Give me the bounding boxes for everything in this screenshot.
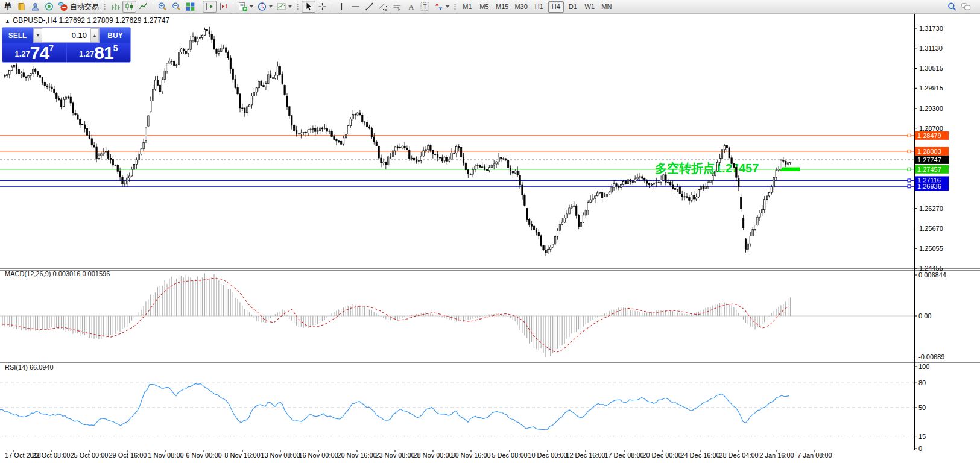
time-axis-label: 25 Oct 00:00 [71, 452, 109, 459]
indicators-icon[interactable] [236, 1, 255, 13]
zoom-out-icon[interactable] [169, 1, 183, 13]
bar-chart-icon[interactable] [109, 1, 122, 13]
timeframe-h1[interactable]: H1 [531, 1, 547, 13]
buy-price-pip: 5 [113, 43, 118, 53]
timeframe-mn[interactable]: MN [599, 1, 615, 13]
line-chart-icon[interactable] [136, 1, 150, 13]
one-click-trading-panel: SELL ▼ 0.10 ▲ BUY 1.27 74 7 1.27 81 5 [2, 27, 131, 63]
buy-button[interactable]: BUY [100, 28, 130, 43]
time-axis-label: 23 Nov 08:00 [375, 452, 414, 459]
level-handle[interactable] [908, 168, 911, 171]
trendline-icon[interactable] [362, 1, 376, 13]
templates-icon[interactable] [274, 1, 294, 13]
buy-price[interactable]: 1.27 81 5 [67, 43, 131, 62]
time-axis-label: 10 Dec 00:00 [528, 452, 567, 459]
timeframe-m1[interactable]: M1 [460, 1, 475, 13]
chart-canvas[interactable]: 多空转折点1.274571.317301.311301.305151.29915… [0, 0, 980, 463]
annotation-segment[interactable] [780, 168, 800, 172]
mt4-window: 多空转折点1.274571.317301.311301.305151.29915… [0, 0, 980, 463]
time-axis-label: 7 Jan 08:00 [797, 452, 832, 459]
vertical-line-icon[interactable] [335, 1, 349, 13]
time-axis-label: 17 Dec 08:00 [604, 452, 643, 459]
timeframe-m30[interactable]: M30 [512, 1, 530, 13]
horizontal-line-icon[interactable] [349, 1, 362, 13]
svg-text:A: A [409, 3, 414, 11]
price-axis-label: 1.31730 [919, 25, 943, 32]
level-handle[interactable] [908, 150, 911, 153]
price-tag-label: 1.28003 [917, 148, 941, 155]
search-icon[interactable] [945, 1, 959, 13]
rsi-axis-label: 80 [918, 379, 926, 386]
main-toolbar: 单自动交易EFATM1M5M15M30H1H4D1W1MN [0, 0, 980, 14]
chart-area[interactable]: 多空转折点1.274571.317301.311301.305151.29915… [0, 0, 980, 463]
text-icon[interactable]: A [404, 1, 418, 13]
signals-icon[interactable] [42, 1, 56, 13]
time-axis-label: 8 Nov 16:00 [224, 452, 260, 459]
dropdown-caret-icon[interactable] [446, 5, 449, 8]
time-axis-label: 28 Dec 04:00 [719, 452, 758, 459]
chat-icon[interactable] [959, 1, 973, 13]
channel-icon[interactable]: E [376, 1, 390, 13]
price-axis-label: 1.29915 [919, 84, 943, 92]
arrows-icon[interactable] [432, 1, 451, 13]
buy-price-prefix: 1.27 [79, 49, 94, 60]
cursor-icon[interactable] [302, 1, 315, 13]
market-watch-icon[interactable] [14, 1, 28, 13]
toolbar-grip[interactable] [454, 2, 457, 11]
time-axis-label: 12 Dec 16:00 [566, 452, 605, 459]
rsi-axis-label: 0 [918, 445, 922, 452]
time-axis-label: 29 Oct 16:00 [109, 452, 147, 459]
volume-increase-button[interactable]: ▲ [90, 28, 99, 42]
time-axis-label: 28 Nov 00:00 [413, 452, 452, 459]
tile-windows-icon[interactable] [183, 1, 197, 13]
collapse-triangle-icon[interactable]: ▲ [5, 18, 10, 24]
sell-button[interactable]: SELL [2, 28, 33, 43]
price-axis-label: 1.29300 [919, 105, 943, 112]
periods-icon[interactable] [255, 1, 274, 13]
price-axis-label: 1.25670 [919, 225, 943, 232]
toolbar-separator [233, 1, 233, 12]
volume-stepper: ▼ 0.10 ▲ [33, 28, 100, 43]
label-icon[interactable]: T [418, 1, 432, 13]
auto-trading-button[interactable]: 自动交易 [56, 1, 101, 13]
auto-scroll-icon[interactable] [203, 1, 217, 13]
toolbar-grip[interactable] [103, 2, 106, 11]
annotation-text[interactable]: 多空转折点1.27457 [655, 162, 759, 175]
dropdown-caret-icon[interactable] [288, 5, 292, 8]
rsi-axis-label: 15 [918, 433, 926, 440]
toolbar-separator [153, 1, 153, 12]
time-axis-label: 16 Nov 00:00 [299, 452, 338, 459]
level-handle[interactable] [908, 134, 911, 137]
profiles-icon[interactable] [28, 1, 42, 13]
price-axis-label: 1.25055 [919, 245, 943, 252]
time-axis-label: 1 Nov 08:00 [148, 452, 183, 459]
level-handle[interactable] [908, 179, 911, 182]
time-axis-label: 6 Nov 00:00 [186, 452, 221, 459]
timeframe-m5[interactable]: M5 [476, 1, 492, 13]
svg-text:E: E [385, 7, 388, 11]
timeframe-d1[interactable]: D1 [565, 1, 581, 13]
macd-axis-label: 0.00 [918, 312, 931, 320]
candle-chart-icon[interactable] [122, 1, 136, 13]
new-order-icon[interactable]: 单 [1, 1, 14, 13]
time-axis-label: 24 Dec 16:00 [680, 452, 719, 459]
chart-shift-icon[interactable] [217, 1, 230, 13]
fibonacci-icon[interactable]: F [390, 1, 404, 13]
macd-signal-line [2, 279, 788, 353]
time-axis-label: 22 Oct 08:00 [33, 452, 71, 459]
symbol-header: ▲GBPUSD-,H4 1.27692 1.27809 1.27629 1.27… [5, 16, 169, 25]
toolbar-grip[interactable] [296, 2, 299, 11]
volume-input[interactable]: 0.10 [42, 28, 90, 42]
timeframe-w1[interactable]: W1 [582, 1, 598, 13]
timeframe-h4[interactable]: H4 [548, 1, 564, 13]
level-handle[interactable] [908, 185, 911, 188]
zoom-in-icon[interactable] [156, 1, 169, 13]
crosshair-icon[interactable] [315, 1, 329, 13]
timeframe-m15[interactable]: M15 [493, 1, 511, 13]
dropdown-caret-icon[interactable] [250, 5, 253, 8]
price-tag-label: 1.26936 [917, 183, 941, 190]
dropdown-caret-icon[interactable] [269, 5, 273, 8]
buy-price-big: 81 [94, 45, 113, 61]
volume-decrease-button[interactable]: ▼ [34, 28, 42, 42]
sell-price[interactable]: 1.27 74 7 [2, 43, 67, 62]
